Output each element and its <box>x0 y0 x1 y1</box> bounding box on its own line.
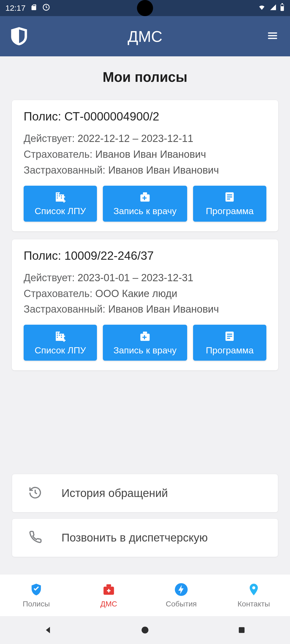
list-lpu-button[interactable]: Список ЛПУ <box>24 186 97 222</box>
insured-label: Застрахованный: <box>24 164 108 176</box>
svg-point-23 <box>142 627 148 634</box>
status-time: 12:17 <box>5 3 26 13</box>
button-label: Список ЛПУ <box>35 345 86 356</box>
nav-recents-button[interactable] <box>235 623 248 637</box>
insurer-value: ООО Какие люди <box>95 288 177 299</box>
sync-icon <box>42 3 50 13</box>
nav-home-button[interactable] <box>138 623 152 637</box>
section-heading: Мои полисы <box>12 69 278 85</box>
signal-icon <box>269 3 277 13</box>
svg-rect-18 <box>227 338 230 339</box>
policy-button-row: Список ЛПУ Запись к врачу Программа <box>24 325 266 361</box>
list-lpu-button[interactable]: Список ЛПУ <box>24 325 97 361</box>
insurer-value: Иванов Иван Иванович <box>95 149 206 160</box>
insured-value: Иванов Иван Иванович <box>108 303 219 315</box>
phone-icon <box>28 530 42 545</box>
svg-rect-17 <box>227 336 232 337</box>
policy-number-row: Полис: 10009/22-246/37 <box>24 249 266 262</box>
status-left: 12:17 <box>5 3 50 13</box>
tab-policies[interactable]: Полисы <box>0 575 73 616</box>
shield-check-icon <box>29 583 43 598</box>
button-label: Запись к врачу <box>113 345 176 356</box>
svg-rect-14 <box>143 332 147 334</box>
appointment-button[interactable]: Запись к врачу <box>103 186 187 222</box>
policy-number: 10009/22-246/37 <box>64 249 154 262</box>
medkit-icon <box>102 583 116 598</box>
policy-insured-row: Застрахованный: Иванов Иван Иванович <box>24 301 266 317</box>
button-label: Запись к врачу <box>113 206 176 216</box>
program-button[interactable]: Программа <box>193 325 266 361</box>
button-label: Список ЛПУ <box>35 206 86 216</box>
bolt-icon <box>174 583 188 598</box>
tab-label: События <box>166 600 197 608</box>
page-title: ДМС <box>128 27 162 45</box>
policy-card: Полис: 10009/22-246/37 Действует: 2023-0… <box>12 239 278 371</box>
insured-value: Иванов Иван Иванович <box>108 164 219 176</box>
policy-prefix: Полис: <box>24 110 64 123</box>
button-label: Программа <box>206 206 253 216</box>
svg-rect-8 <box>143 192 147 195</box>
valid-value: 2022-12-12 – 2023-12-11 <box>78 133 193 144</box>
tab-label: Контакты <box>238 600 270 608</box>
appointment-button[interactable]: Запись к врачу <box>103 325 187 361</box>
svg-rect-16 <box>227 334 232 335</box>
policy-valid-row: Действует: 2022-12-12 – 2023-12-11 <box>24 131 266 147</box>
insured-label: Застрахованный: <box>24 303 108 315</box>
policy-prefix: Полис: <box>24 249 64 262</box>
button-label: Программа <box>206 345 253 356</box>
call-dispatch-button[interactable]: Позвонить в диспетчерскую <box>12 518 278 557</box>
spacer <box>12 378 278 474</box>
svg-rect-24 <box>239 627 244 633</box>
policy-insurer-row: Страхователь: Иванов Иван Иванович <box>24 147 266 162</box>
button-label: История обращений <box>61 487 168 500</box>
menu-icon[interactable] <box>266 30 279 42</box>
status-right <box>257 3 285 13</box>
tab-bar: Полисы ДМС События Контакты <box>0 574 290 616</box>
history-button[interactable]: История обращений <box>12 474 278 513</box>
policy-card: Полис: СТ-0000004900/2 Действует: 2022-1… <box>12 100 278 231</box>
svg-rect-2 <box>282 3 283 4</box>
svg-rect-20 <box>106 584 111 587</box>
app-logo-icon <box>11 27 27 45</box>
policy-button-row: Список ЛПУ Запись к врачу Программа <box>24 186 266 222</box>
svg-rect-11 <box>227 196 232 197</box>
sd-card-icon <box>30 3 37 13</box>
valid-label: Действует: <box>24 272 78 283</box>
policy-number: СТ-0000004900/2 <box>64 110 159 123</box>
tab-events[interactable]: События <box>145 575 218 616</box>
svg-point-22 <box>252 586 255 589</box>
svg-rect-3 <box>281 5 284 6</box>
policy-insured-row: Застрахованный: Иванов Иван Иванович <box>24 162 266 178</box>
location-pin-icon <box>247 583 261 598</box>
tab-contacts[interactable]: Контакты <box>218 575 290 616</box>
tab-dms[interactable]: ДМС <box>73 575 145 616</box>
svg-rect-10 <box>227 195 232 196</box>
system-nav-bar <box>0 616 290 644</box>
history-icon <box>28 486 42 501</box>
button-label: Позвонить в диспетчерскую <box>61 531 208 544</box>
tab-label: Полисы <box>23 600 50 608</box>
valid-value: 2023-01-01 – 2023-12-31 <box>78 272 193 283</box>
tab-label: ДМС <box>100 600 117 608</box>
policy-insurer-row: Страхователь: ООО Какие люди <box>24 286 266 302</box>
insurer-label: Страхователь: <box>24 288 95 299</box>
wifi-icon <box>257 3 266 13</box>
app-bar: ДМС <box>0 16 290 56</box>
insurer-label: Страхователь: <box>24 149 95 160</box>
program-button[interactable]: Программа <box>193 186 266 222</box>
valid-label: Действует: <box>24 133 78 144</box>
svg-rect-12 <box>227 199 230 200</box>
policy-number-row: Полис: СТ-0000004900/2 <box>24 110 266 123</box>
camera-cutout <box>137 0 153 16</box>
nav-back-button[interactable] <box>42 623 55 637</box>
policy-valid-row: Действует: 2023-01-01 – 2023-12-31 <box>24 270 266 286</box>
page-content: Мои полисы Полис: СТ-0000004900/2 Действ… <box>0 56 290 574</box>
battery-icon <box>280 3 285 13</box>
quick-actions: История обращений Позвонить в диспетчерс… <box>12 474 278 574</box>
